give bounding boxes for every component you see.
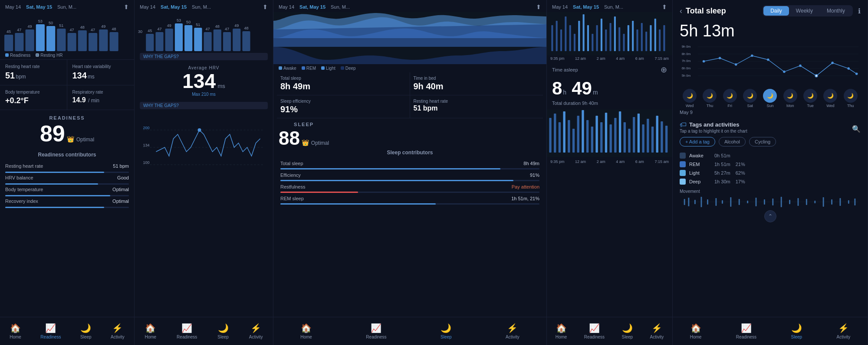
- share-icon-2[interactable]: ⬆: [263, 3, 268, 10]
- tab-monthly[interactable]: Monthly: [820, 6, 852, 16]
- p3-date-sun[interactable]: Sun, M...: [331, 4, 350, 10]
- tags-section: 🏷 Tags and activities Tap a tag to highl…: [673, 117, 868, 149]
- svg-rect-79: [663, 25, 665, 51]
- day-mon[interactable]: 🌙 Mon: [783, 89, 797, 108]
- panel1-stats: Resting heart rate 51bpm Heart rate vari…: [0, 59, 134, 110]
- svg-rect-58: [569, 25, 571, 51]
- deep-stage-pct: 17%: [736, 179, 745, 184]
- svg-text:48: 48: [80, 25, 85, 29]
- nav-readiness-3[interactable]: 📈 Readiness: [361, 321, 391, 341]
- nav-home-1[interactable]: 🏠 Home: [4, 321, 26, 341]
- nav-sleep-4[interactable]: 🌙 Sleep: [617, 321, 638, 341]
- nav-readiness-1[interactable]: 📈 Readiness: [35, 321, 66, 341]
- nav-readiness-5[interactable]: 📈 Readiness: [731, 321, 762, 341]
- nav-activity-2[interactable]: ⚡ Activity: [244, 321, 268, 341]
- expand-icon[interactable]: ⊕: [661, 65, 667, 75]
- share-icon-4[interactable]: ⬆: [662, 3, 667, 10]
- svg-point-121: [767, 59, 769, 61]
- why-gaps-btn-2[interactable]: WHY THE GAPS?: [140, 53, 268, 60]
- svg-rect-138: [747, 201, 748, 203]
- tags-icon: 🏷: [680, 121, 687, 129]
- why-gaps-btn-2b[interactable]: WHY THE GAPS?: [140, 102, 268, 109]
- sleep-label-1: Sleep: [80, 335, 92, 339]
- day-tue[interactable]: 🌙 Tue: [803, 89, 817, 108]
- p2-date-sun[interactable]: Sun, M...: [192, 4, 211, 10]
- sc-rem-sleep: REM sleep 1h 51m, 21%: [277, 194, 543, 203]
- nav-sleep-3[interactable]: 🌙 Sleep: [435, 321, 457, 341]
- svg-rect-16: [89, 33, 97, 51]
- nav-home-2[interactable]: 🏠 Home: [139, 321, 161, 341]
- nav-activity-3[interactable]: ⚡ Activity: [500, 321, 525, 341]
- total-sleep-big-time: 5h 13m: [673, 20, 868, 42]
- tab-weekly[interactable]: Weekly: [789, 6, 820, 16]
- p3-date-sat-active[interactable]: Sat, May 15: [299, 4, 326, 10]
- deep-stage-name: Deep: [689, 179, 711, 184]
- nav-home-4[interactable]: 🏠 Home: [550, 321, 572, 341]
- svg-rect-71: [628, 25, 629, 51]
- panel5-chart: 9h 0m 8h 0m 7h 0m 6h 0m 5h 0m: [680, 42, 861, 85]
- readiness-contributors-title: Readiness contributors: [0, 150, 134, 161]
- p4-date-sun[interactable]: Sun, M...: [604, 4, 623, 10]
- p4-date-sat-active[interactable]: Sat, May 15: [573, 4, 599, 10]
- svg-rect-134: [715, 198, 717, 206]
- date-sun[interactable]: Sun, M...: [57, 4, 76, 10]
- avg-hrv-section: Average HRV 134 ms Max 210 ms: [135, 62, 273, 100]
- cycling-tag-button[interactable]: Cycling: [749, 137, 776, 146]
- collapse-button[interactable]: ⌃: [764, 210, 776, 222]
- svg-text:200: 200: [143, 126, 150, 130]
- sleep-m-unit: m: [593, 89, 598, 96]
- day-wed-1[interactable]: 🌙 Wed: [683, 89, 697, 108]
- p2-date-may14[interactable]: May 14: [140, 4, 155, 10]
- nav-readiness-4[interactable]: 📈 Readiness: [579, 321, 610, 341]
- activity-icon-5: ⚡: [838, 323, 849, 333]
- sleep-label-3: Sleep: [441, 335, 452, 339]
- svg-rect-93: [605, 113, 607, 153]
- day-fri[interactable]: 🌙 Fri: [723, 89, 737, 108]
- svg-point-51: [198, 128, 201, 132]
- nav-activity-1[interactable]: ⚡ Activity: [105, 321, 130, 341]
- date-may14[interactable]: May 14: [5, 4, 21, 10]
- panel5-title: Total sleep: [686, 7, 726, 16]
- svg-text:49: 49: [101, 24, 105, 29]
- tab-daily[interactable]: Daily: [763, 6, 789, 16]
- search-icon[interactable]: 🔍: [852, 125, 861, 133]
- home-icon-2: 🏠: [145, 323, 156, 333]
- svg-rect-60: [578, 21, 580, 51]
- day-sun-active[interactable]: 🌙 Sun: [763, 89, 777, 108]
- nav-home-5[interactable]: 🏠 Home: [685, 321, 707, 341]
- back-button[interactable]: ‹: [680, 7, 682, 16]
- tags-subtitle: Tap a tag to highlight it on the chart: [680, 129, 747, 133]
- nav-sleep-1[interactable]: 🌙 Sleep: [75, 321, 97, 341]
- p2-date-sat-active[interactable]: Sat, May 15: [161, 4, 187, 10]
- svg-rect-129: [684, 199, 685, 205]
- alcohol-tag-button[interactable]: Alcohol: [719, 137, 746, 146]
- nav-activity-4[interactable]: ⚡ Activity: [645, 321, 669, 341]
- date-sat-may15-active[interactable]: Sat, May 15: [26, 4, 52, 10]
- svg-rect-100: [638, 114, 640, 153]
- hrv-panel: May 14 Sat, May 15 Sun, M... ⬆ 30 45 47 …: [135, 0, 273, 345]
- day-wed-2[interactable]: 🌙 Wed: [823, 89, 837, 108]
- day-sat[interactable]: 🌙 Sat: [743, 89, 757, 108]
- nav-sleep-2[interactable]: 🌙 Sleep: [212, 321, 234, 341]
- day-thu-2[interactable]: 🌙 Thu: [844, 89, 858, 108]
- svg-text:47: 47: [91, 28, 95, 32]
- p3-date-may14[interactable]: May 14: [279, 4, 294, 10]
- info-icon[interactable]: ℹ: [858, 7, 861, 15]
- p4-date-may14[interactable]: May 14: [552, 4, 568, 10]
- nav-readiness-2[interactable]: 📈 Readiness: [171, 321, 202, 341]
- svg-text:47: 47: [70, 28, 74, 32]
- svg-rect-69: [618, 27, 620, 51]
- svg-rect-33: [194, 28, 202, 51]
- day-thu[interactable]: 🌙 Thu: [703, 89, 717, 108]
- add-tag-button[interactable]: + Add a tag: [680, 137, 715, 146]
- sleep-label-5: Sleep: [791, 335, 802, 339]
- svg-rect-2: [15, 33, 23, 51]
- nav-sleep-5[interactable]: 🌙 Sleep: [786, 321, 808, 341]
- svg-rect-101: [642, 124, 644, 153]
- share-icon-1[interactable]: ⬆: [124, 3, 129, 10]
- nav-activity-5[interactable]: ⚡ Activity: [832, 321, 856, 341]
- nav-home-3[interactable]: 🏠 Home: [295, 321, 317, 341]
- svg-rect-149: [840, 198, 841, 206]
- share-icon-3[interactable]: ⬆: [536, 3, 541, 10]
- home-label-1: Home: [10, 335, 21, 339]
